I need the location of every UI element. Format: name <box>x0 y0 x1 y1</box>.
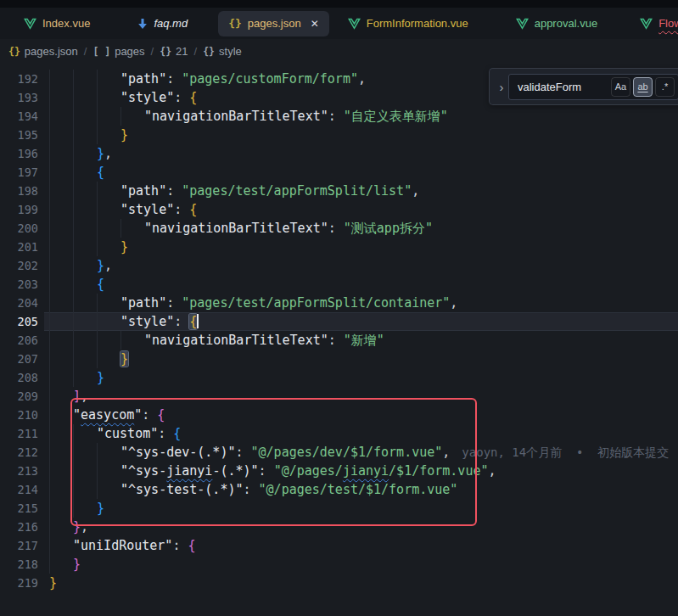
code-text: "style": { <box>0 312 678 331</box>
code-line[interactable]: 217"uniIdRouter": { <box>0 536 678 555</box>
code-editor[interactable]: 192"path": "pages/customForm/form",193"s… <box>0 64 678 616</box>
code-line[interactable]: 212"^sys-dev-(.*)": "@/pages/dev/$1/form… <box>0 443 678 462</box>
window-top-strip <box>0 0 678 8</box>
find-input-box: Aaab.* <box>508 74 678 100</box>
vue-icon <box>348 18 361 30</box>
breadcrumb-item-21[interactable]: {}21 <box>160 45 188 58</box>
symbol-object-icon: {} <box>160 46 171 58</box>
tab-label: approval.vue <box>535 17 597 30</box>
code-line[interactable]: 197{ <box>0 163 678 182</box>
tab-faq-md[interactable]: faq.md <box>129 11 196 36</box>
find-input[interactable] <box>516 80 611 94</box>
breadcrumb-label: style <box>219 45 242 58</box>
vscode-window: Index.vuefaq.md{}pages.json✕FormInformat… <box>0 0 678 616</box>
code-text: } <box>0 368 678 387</box>
find-expand-chevron-icon[interactable]: › <box>495 80 508 94</box>
code-text: "^sys-jianyi-(.*)": "@/pages/jianyi/$1/f… <box>0 462 678 480</box>
code-text: } <box>0 238 678 256</box>
code-line[interactable]: 213"^sys-jianyi-(.*)": "@/pages/jianyi/$… <box>0 462 678 480</box>
code-line[interactable]: 214"^sys-test-(.*)": "@/pages/test/$1/fo… <box>0 480 678 499</box>
code-line[interactable]: 199"style": { <box>0 200 678 219</box>
code-line[interactable]: 202}, <box>0 256 678 275</box>
vue-icon <box>640 18 653 30</box>
find-toggle-regex[interactable]: .* <box>655 77 675 97</box>
code-line[interactable]: 196}, <box>0 144 678 163</box>
breadcrumb-label: 21 <box>176 45 188 58</box>
code-text: "uniIdRouter": { <box>0 536 678 555</box>
breadcrumb-separator: / <box>84 45 87 58</box>
code-text: }, <box>0 256 678 275</box>
code-lines: 192"path": "pages/customForm/form",193"s… <box>0 64 678 592</box>
tab-label: FlowInfo.vu <box>658 17 678 30</box>
tab-pages-json[interactable]: {}pages.json✕ <box>218 11 329 36</box>
code-line[interactable]: 201} <box>0 238 678 256</box>
markdown-arrow-down-icon <box>137 18 148 30</box>
close-icon[interactable]: ✕ <box>311 18 319 30</box>
code-line[interactable]: 205"style": { <box>0 312 678 331</box>
code-line[interactable]: 209], <box>0 387 678 406</box>
code-text: { <box>0 275 678 294</box>
code-line[interactable]: 204"path": "pages/test/appFormSplit/cont… <box>0 294 678 312</box>
code-text: } <box>0 499 678 518</box>
find-toggles: Aaab.* <box>611 77 675 97</box>
tab-label: faq.md <box>154 17 188 30</box>
code-text: ], <box>0 387 678 406</box>
code-line[interactable]: 198"path": "pages/test/appFormSplit/list… <box>0 182 678 200</box>
code-text: "custom": { <box>0 424 678 443</box>
tab-label: FormInformation.vue <box>367 17 468 30</box>
code-line[interactable]: 208} <box>0 368 678 387</box>
code-line[interactable]: 216}, <box>0 518 678 536</box>
code-text: } <box>0 555 678 574</box>
symbol-object-icon: {} <box>203 46 215 58</box>
code-line[interactable]: 206"navigationBarTitleText": "新增" <box>0 331 678 350</box>
code-line[interactable]: 218} <box>0 555 678 574</box>
vue-icon <box>516 18 529 30</box>
code-line[interactable]: 219} <box>0 574 678 592</box>
code-text: "^sys-dev-(.*)": "@/pages/dev/$1/form.vu… <box>0 443 678 462</box>
tab-index-vue[interactable]: Index.vue <box>15 11 98 36</box>
breadcrumb-label: pages.json <box>25 45 78 58</box>
find-toggle-match-case[interactable]: Aa <box>611 77 630 97</box>
code-line[interactable]: 200"navigationBarTitleText": "测试app拆分" <box>0 219 678 238</box>
tab-label: pages.json <box>248 17 301 30</box>
code-text: } <box>0 126 678 144</box>
code-text: }, <box>0 144 678 163</box>
breadcrumb-item-pages-json[interactable]: {}pages.json <box>8 45 78 58</box>
code-text: "navigationBarTitleText": "测试app拆分" <box>0 219 678 238</box>
code-text: "navigationBarTitleText": "自定义表单新增" <box>0 107 678 126</box>
code-text: "easycom": { <box>0 406 678 424</box>
code-text: "style": { <box>0 200 678 219</box>
code-line[interactable]: 194"navigationBarTitleText": "自定义表单新增" <box>0 107 678 126</box>
breadcrumb-separator: / <box>194 45 198 58</box>
code-text: }, <box>0 518 678 536</box>
code-line[interactable]: 210"easycom": { <box>0 406 678 424</box>
code-line[interactable]: 195} <box>0 126 678 144</box>
code-text: "^sys-test-(.*)": "@/pages/test/$1/form.… <box>0 480 678 499</box>
code-line[interactable]: 203{ <box>0 275 678 294</box>
json-braces-icon: {} <box>228 17 242 30</box>
code-line[interactable]: 207} <box>0 350 678 368</box>
tab-forminformation-vue[interactable]: FormInformation.vue <box>339 11 477 36</box>
breadcrumb-label: pages <box>115 45 144 58</box>
code-text: } <box>0 574 678 592</box>
find-widget: › Aaab.* <box>489 68 678 105</box>
breadcrumb-item-pages[interactable]: [ ]pages <box>92 45 144 58</box>
editor-tab-bar: Index.vuefaq.md{}pages.json✕FormInformat… <box>0 8 678 39</box>
breadcrumb-item-style[interactable]: {}style <box>203 45 242 58</box>
symbol-object-icon: {} <box>8 46 20 58</box>
tab-bar-tabs: Index.vuefaq.md{}pages.json✕FormInformat… <box>0 11 678 36</box>
tab-label: Index.vue <box>42 17 90 30</box>
code-line[interactable]: 215} <box>0 499 678 518</box>
code-text: "path": "pages/test/appFormSplit/contain… <box>0 294 678 312</box>
breadcrumb-separator: / <box>151 45 154 58</box>
vue-icon <box>24 18 36 30</box>
tab-approval-vue[interactable]: approval.vue <box>507 11 606 36</box>
text-cursor <box>197 314 199 328</box>
tab-flowinfo-vu[interactable]: FlowInfo.vu <box>631 11 678 36</box>
git-blame-annotation: yaoyn, 14个月前 • 初始版本提交 <box>462 445 669 459</box>
code-line[interactable]: 211"custom": { <box>0 424 678 443</box>
find-toggle-whole-word[interactable]: ab <box>633 77 653 97</box>
code-text: } <box>0 350 678 368</box>
code-text: "navigationBarTitleText": "新增" <box>0 331 678 350</box>
symbol-array-icon: [ ] <box>92 46 110 58</box>
